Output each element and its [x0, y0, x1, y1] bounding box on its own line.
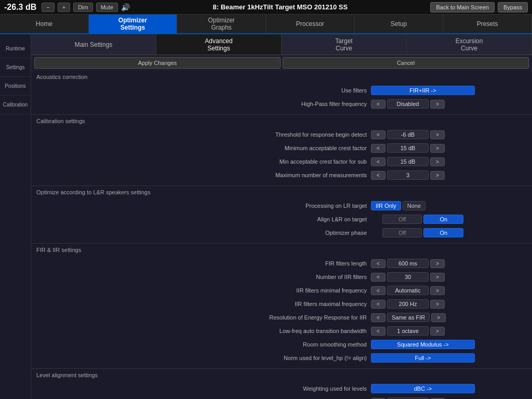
align-lr-off[interactable]: Off: [382, 215, 422, 224]
control-iir-max-freq: < 200 Hz >: [371, 299, 527, 309]
label-iir-max-freq: IIR filters maximal frequency: [36, 301, 371, 307]
control-low-freq-auto: < 1 octave >: [371, 326, 527, 336]
iir-min-freq-inc[interactable]: >: [430, 286, 445, 295]
optimizer-phase-on[interactable]: On: [423, 228, 463, 237]
high-pass-value: Disabled: [387, 99, 429, 109]
sidebar-item-positions[interactable]: Positions: [0, 77, 31, 96]
iir-max-freq-inc[interactable]: >: [430, 300, 445, 309]
tab-presets[interactable]: Presets: [443, 15, 532, 33]
threshold-value: -6 dB: [387, 130, 429, 139]
control-resolution-energy: < Same as FIR >: [371, 313, 527, 322]
min-crest-sub-value: 15 dB: [387, 157, 429, 166]
label-num-iir: Number of IIR filters: [36, 274, 371, 280]
control-norm-level: Full ->: [371, 353, 527, 363]
min-crest-dec[interactable]: <: [371, 144, 385, 153]
min-crest-value: 15 dB: [387, 143, 429, 153]
threshold-inc[interactable]: >: [430, 130, 445, 139]
num-iir-inc[interactable]: >: [430, 273, 445, 282]
weighting-value[interactable]: dBC ->: [371, 384, 475, 393]
resolution-energy-inc[interactable]: >: [431, 313, 446, 322]
section-lr-title: Optimize according to L&R speakers setti…: [36, 189, 527, 196]
row-min-crest-sub: Min acceptable crest factor for sub < 15…: [36, 155, 527, 168]
section-lr: Optimize according to L&R speakers setti…: [31, 186, 532, 244]
min-crest-sub-dec[interactable]: <: [371, 157, 385, 166]
mute-btn[interactable]: Mute: [96, 3, 118, 12]
sidebar-item-calibration[interactable]: Calibration: [0, 96, 31, 114]
dim-btn[interactable]: Dim: [73, 3, 93, 12]
label-optimizer-phase: Optimizer phase: [36, 230, 371, 236]
subtab-excursion-curve[interactable]: ExcursionCurve: [407, 34, 532, 55]
label-align-lr: Align L&R on target: [36, 216, 371, 222]
bypass-btn[interactable]: Bypass: [498, 2, 528, 12]
tab-processor[interactable]: Processor: [266, 15, 355, 33]
tab-optimizer-graphs[interactable]: OptimizerGraphs: [177, 15, 266, 33]
min-crest-inc[interactable]: >: [430, 144, 445, 153]
sub-tabs: Main Settings AdvancedSettings TargetCur…: [31, 34, 532, 55]
min-crest-sub-inc[interactable]: >: [430, 157, 445, 166]
threshold-dec[interactable]: <: [371, 130, 385, 139]
section-fir-iir: FIR & IIR settings FIR filters length < …: [31, 244, 532, 369]
row-num-iir: Number of IIR filters < 30 >: [36, 271, 527, 283]
sidebar-item-runtime[interactable]: Runtime: [0, 39, 31, 58]
sidebar-item-settings[interactable]: Settings: [0, 58, 31, 77]
iir-max-freq-dec[interactable]: <: [371, 300, 385, 309]
label-use-filters: Use filters: [36, 87, 371, 94]
section-level-alignment: Level alignment settings Weighting used …: [31, 369, 532, 399]
high-pass-inc[interactable]: >: [430, 100, 445, 109]
label-min-crest: Minimum acceptable crest factor: [36, 145, 371, 151]
back-main-btn[interactable]: Back to Main Screen: [430, 2, 495, 12]
num-iir-value: 30: [387, 272, 429, 282]
section-calibration-title: Calibration settings: [36, 118, 527, 125]
label-weighting: Weighting used for levels: [36, 385, 371, 392]
subtab-main-settings[interactable]: Main Settings: [31, 34, 156, 55]
row-norm-level: Norm used for level_hp (!= align) Full -…: [36, 352, 527, 364]
use-filters-value[interactable]: FIR+IIR ->: [371, 86, 475, 95]
processing-lr-iir[interactable]: IIR Only: [371, 201, 401, 210]
control-min-crest: < 15 dB >: [371, 143, 527, 153]
main-layout: Runtime Settings Positions Calibration M…: [0, 34, 532, 399]
sidebar: Runtime Settings Positions Calibration: [0, 34, 31, 399]
resolution-energy-dec[interactable]: <: [371, 313, 385, 322]
fir-length-dec[interactable]: <: [371, 259, 385, 268]
max-meas-dec[interactable]: <: [371, 171, 385, 180]
minus-btn[interactable]: −: [42, 3, 54, 12]
row-resolution-energy: Resolution of Energy Response for IIR < …: [36, 311, 527, 324]
label-room-smoothing: Room smoothing method: [36, 341, 371, 348]
iir-min-freq-dec[interactable]: <: [371, 286, 385, 295]
row-room-smoothing: Room smoothing method Squared Modulus ->: [36, 338, 527, 351]
tab-setup[interactable]: Setup: [355, 15, 444, 33]
tab-home[interactable]: Home: [0, 15, 89, 33]
speaker-icon: 🔊: [121, 3, 130, 11]
align-lr-toggle: Off On: [371, 215, 475, 224]
fir-length-inc[interactable]: >: [430, 259, 445, 268]
row-align-lr: Align L&R on target Off On: [36, 213, 527, 225]
tab-optimizer-settings[interactable]: OptimizerSettings: [89, 15, 178, 33]
high-pass-dec[interactable]: <: [371, 100, 385, 109]
control-threshold: < -6 dB >: [371, 130, 527, 139]
action-row: Apply Changes Cancel: [31, 55, 532, 71]
norm-level-value[interactable]: Full ->: [371, 353, 475, 363]
subtab-target-curve[interactable]: TargetCurve: [282, 34, 407, 55]
control-min-crest-sub: < 15 dB >: [371, 157, 527, 166]
low-freq-auto-dec[interactable]: <: [371, 327, 385, 336]
apply-changes-button[interactable]: Apply Changes: [34, 57, 281, 69]
cancel-button[interactable]: Cancel: [283, 57, 529, 69]
plus-btn[interactable]: +: [58, 3, 70, 12]
subtab-advanced-settings[interactable]: AdvancedSettings: [156, 34, 282, 55]
align-lr-on[interactable]: On: [423, 215, 463, 224]
iir-min-freq-value: Automatic: [387, 286, 429, 295]
low-freq-auto-inc[interactable]: >: [430, 327, 445, 336]
top-bar: -26.3 dB − + Dim Mute 🔊 8: Beamer 1kHzTi…: [0, 0, 532, 15]
section-acoustics-title: Acoustics correction: [36, 74, 527, 81]
max-meas-inc[interactable]: >: [430, 171, 445, 180]
settings-scroll[interactable]: Acoustics correction Use filters FIR+IIR…: [31, 71, 532, 399]
processing-lr-none[interactable]: None: [403, 201, 425, 210]
optimizer-phase-toggle: Off On: [371, 228, 475, 237]
volume-display: -26.3 dB: [4, 3, 36, 12]
room-smoothing-value[interactable]: Squared Modulus ->: [371, 340, 475, 349]
row-weighting: Weighting used for levels dBC ->: [36, 382, 527, 395]
section-calibration: Calibration settings Threshold for respo…: [31, 115, 532, 186]
num-iir-dec[interactable]: <: [371, 273, 385, 282]
optimizer-phase-off[interactable]: Off: [382, 228, 422, 237]
row-optimizer-phase: Optimizer phase Off On: [36, 227, 527, 239]
